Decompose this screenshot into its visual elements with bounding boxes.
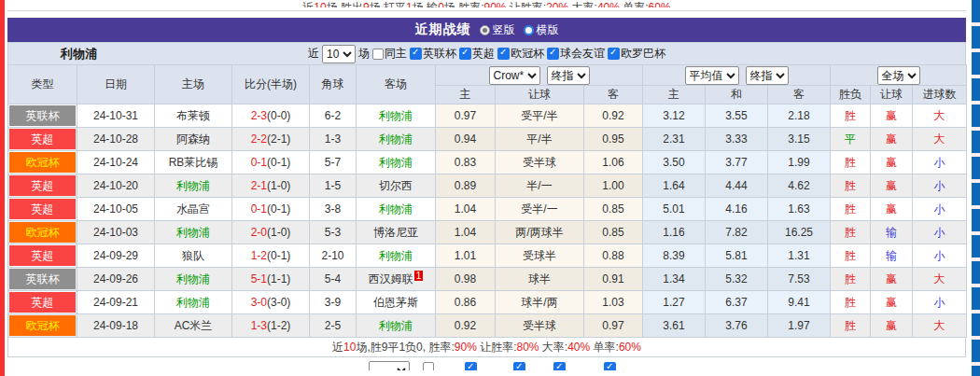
league-type-badge: 英超 — [8, 128, 77, 151]
avg-home-odds: 3.61 — [643, 314, 706, 338]
goals-result: 小 — [913, 151, 967, 174]
recent-count-select[interactable]: 10 — [322, 45, 356, 63]
home-team: RB莱比锡 — [155, 151, 232, 174]
match-result: 胜 — [831, 174, 871, 198]
avg-odds-select[interactable]: 平均值 — [685, 66, 739, 85]
match-row: 英超24-09-21利物浦3-0(3-0)3-9伯恩茅斯0.86球半/两1.03… — [8, 291, 967, 314]
avg-home-odds: 1.34 — [643, 268, 706, 291]
away-team: 西汉姆联1 — [357, 268, 436, 291]
crow-home-odds: 0.92 — [436, 314, 496, 338]
handicap-result: 赢 — [871, 198, 913, 221]
handicap-result: 赢 — [871, 291, 913, 314]
goals-result: 小 — [913, 244, 967, 268]
handicap-line: 受半球 — [496, 151, 584, 174]
league-filter[interactable]: 欧罗巴杯 — [608, 46, 665, 62]
league-type-badge: 英超 — [8, 198, 77, 221]
match-result: 胜 — [831, 314, 871, 338]
match-result: 胜 — [831, 291, 871, 314]
league-filter-label: 球会友谊 — [560, 46, 605, 62]
col-header-away: 客场 — [357, 65, 436, 104]
stat-value: 1 — [406, 1, 413, 7]
avg-home-odds: 1.27 — [643, 291, 706, 314]
stat-value: 40% — [597, 1, 620, 7]
match-row: 英超24-09-29狼队1-2(0-1)2-10利物浦1.01受球半0.888.… — [8, 244, 967, 268]
stat-value: 10 — [314, 1, 326, 7]
match-score: 2-3(0-0) — [232, 104, 310, 128]
avg-draw-odds: 5.32 — [706, 268, 768, 291]
near-label: 近 — [308, 46, 319, 62]
layout-radio-horizontal[interactable]: 横版 — [524, 22, 559, 38]
league-filter[interactable]: 欧冠杯 — [497, 46, 544, 62]
home-team: 利物浦 — [155, 174, 232, 198]
handicap-result: 赢 — [871, 104, 913, 128]
crow-odds-select[interactable]: Crow* — [489, 66, 540, 85]
col-header-avg-draw: 和 — [706, 86, 768, 104]
avg-odds-group-header: 平均值 终指 — [643, 65, 831, 86]
checkbox-checked-icon[interactable] — [553, 362, 566, 370]
match-score: 1-2(0-1) — [232, 244, 310, 268]
radio-selected-icon[interactable] — [480, 25, 490, 35]
stat-value: 9 — [363, 1, 370, 7]
handicap-line: 受半球 — [496, 314, 584, 338]
matches-label: 场 — [358, 46, 370, 62]
league-type-badge: 英超 — [8, 244, 77, 268]
avg-away-odds: 16.25 — [768, 221, 831, 244]
checkbox-checked-icon[interactable] — [608, 48, 620, 60]
red-card-badge: 1 — [414, 271, 424, 281]
avg-home-odds: 3.50 — [643, 151, 706, 174]
radio-unselected-icon[interactable] — [524, 25, 534, 35]
league-filter[interactable]: 英超 — [459, 46, 495, 62]
away-team: 利物浦 — [357, 198, 436, 221]
handicap-result: 输 — [871, 221, 913, 244]
match-date: 24-10-28 — [77, 128, 155, 151]
avg-draw-odds: 5.81 — [706, 244, 768, 268]
crow-home-odds: 0.89 — [436, 174, 496, 198]
col-header-home: 主场 — [155, 65, 232, 104]
checkbox-checked-icon[interactable] — [497, 48, 510, 60]
avg-draw-odds: 4.16 — [706, 198, 768, 221]
avg-home-odds: 3.12 — [643, 104, 706, 128]
match-score: 2-0(1-0) — [232, 221, 310, 244]
checkbox-checked-icon[interactable] — [459, 48, 471, 60]
match-date: 24-09-26 — [77, 268, 155, 291]
match-result: 胜 — [831, 151, 871, 174]
avg-final-select[interactable]: 终指 — [746, 66, 789, 85]
match-score: 1-3(1-2) — [232, 314, 310, 338]
checkbox-checked-icon[interactable] — [547, 48, 559, 60]
stat-value: 90% — [455, 341, 477, 354]
same-home-filter[interactable]: 同主 — [372, 46, 407, 62]
league-filter-label: 英超 — [472, 46, 495, 62]
match-result: 胜 — [831, 198, 871, 221]
stat-label: 让胜率: — [477, 341, 517, 354]
corner-score: 5-7 — [310, 151, 357, 174]
stat-label: 大率: — [568, 1, 597, 7]
handicap-result: 赢 — [871, 151, 913, 174]
match-result: 胜 — [831, 244, 871, 268]
crow-home-odds: 0.97 — [436, 104, 496, 128]
next-recent-count-select[interactable] — [369, 361, 410, 370]
match-scope-select[interactable]: 全场 — [877, 66, 920, 85]
checkbox-unchecked-icon[interactable] — [372, 49, 384, 60]
col-header-handicap-result: 让球 — [871, 86, 913, 104]
crow-home-odds: 1.04 — [436, 198, 496, 221]
checkbox-checked-icon[interactable] — [410, 48, 422, 60]
checkbox-checked-icon[interactable] — [604, 362, 616, 370]
corner-score: 1-5 — [310, 174, 357, 198]
layout-radio-vertical[interactable]: 竖版 — [480, 22, 515, 38]
match-date: 24-10-31 — [77, 104, 155, 128]
col-header-type: 类型 — [8, 65, 77, 104]
avg-away-odds: 3.15 — [768, 128, 831, 151]
league-filter[interactable]: 英联杯 — [410, 46, 456, 62]
crow-final-select[interactable]: 终指 — [547, 66, 590, 85]
avg-home-odds: 8.39 — [643, 244, 706, 268]
recent-results-section: 近10场,胜出9场,打平1场,输0场,胜率:90% 让胜率:20% 大率:40%… — [7, 0, 966, 370]
checkbox-unchecked-icon[interactable] — [423, 362, 434, 370]
checkbox-checked-icon[interactable] — [513, 362, 525, 370]
stat-label: 让胜率: — [507, 1, 547, 7]
checkbox-checked-icon[interactable] — [465, 362, 477, 370]
league-filter[interactable]: 球会友谊 — [547, 46, 605, 62]
match-result: 胜 — [831, 268, 871, 291]
stat-label: 场,打平 — [370, 1, 406, 7]
stat-label: 单率: — [590, 341, 619, 354]
corner-score: 1-3 — [310, 128, 357, 151]
